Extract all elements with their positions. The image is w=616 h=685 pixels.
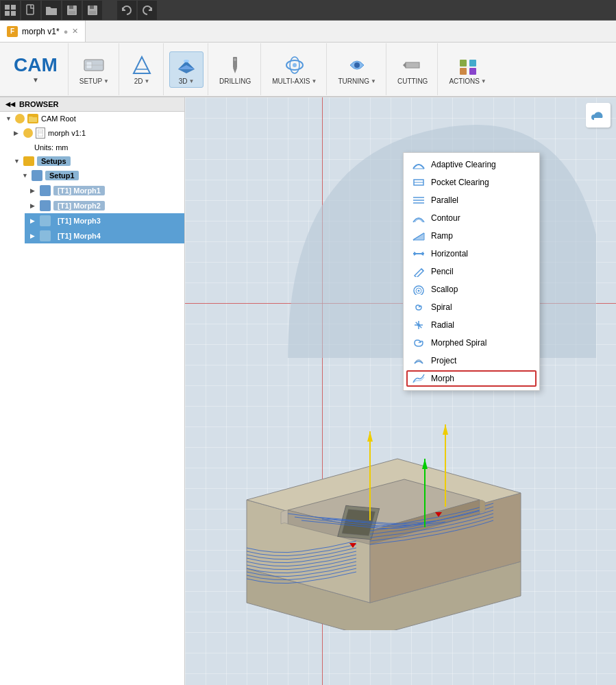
- morph-icon: [412, 373, 426, 384]
- cam-root-item[interactable]: ▼ CAM Root: [0, 112, 184, 125]
- menu-spiral[interactable]: Spiral: [404, 298, 539, 316]
- turning-button[interactable]: TURNING ▼: [332, 52, 381, 87]
- multi-axis-button[interactable]: MULTI-AXIS ▼: [267, 52, 322, 87]
- 2d-button[interactable]: 2D ▼: [125, 52, 159, 87]
- dropdown-3d-menu: Adaptive Clearing Pocket Clearing Par: [403, 152, 540, 391]
- new-file-icon[interactable]: [21, 1, 40, 20]
- browser-header[interactable]: ◀◀ BROWSER: [0, 97, 184, 112]
- cam-root-visibility[interactable]: [15, 114, 25, 123]
- 2d-icon: [131, 54, 153, 76]
- grid-icon[interactable]: [1, 1, 20, 20]
- setup1-label: Setup1: [45, 171, 79, 180]
- setup1-icon: [32, 170, 42, 181]
- setup-button[interactable]: SETUP ▼: [74, 52, 114, 87]
- cloud-button[interactable]: [586, 103, 611, 128]
- menu-pencil[interactable]: Pencil: [404, 263, 539, 280]
- svg-rect-9: [90, 5, 94, 9]
- morph-arrow: ▶: [14, 130, 21, 136]
- actions-group: ACTIONS ▼: [439, 43, 495, 95]
- morph-file-item[interactable]: ▶ morph v1:1: [8, 125, 184, 141]
- svg-line-53: [421, 269, 423, 271]
- svg-rect-2: [5, 11, 10, 16]
- menu-ramp[interactable]: Ramp: [404, 227, 539, 245]
- cam-3d-object: [219, 370, 548, 630]
- menu-horizontal[interactable]: Horizontal: [404, 245, 539, 263]
- adaptive-clearing-icon: [412, 159, 426, 170]
- setup-icon: [83, 54, 105, 76]
- menu-scallop[interactable]: Scallop: [404, 280, 539, 298]
- svg-point-22: [354, 62, 360, 68]
- morph4-item[interactable]: ▶ [T1] Morph4: [25, 228, 184, 243]
- morphed-spiral-label: Morphed Spiral: [431, 338, 486, 348]
- browser-title: BROWSER: [19, 100, 58, 108]
- setups-arrow: ▼: [14, 158, 21, 165]
- file-tab[interactable]: F morph v1* ● ✕: [0, 21, 86, 42]
- svg-marker-38: [422, 459, 428, 469]
- multi-axis-icon: [284, 54, 306, 76]
- cam-button[interactable]: CAM ▼: [3, 43, 69, 95]
- setups-label: Setups: [37, 156, 71, 166]
- open-folder-icon[interactable]: [42, 1, 61, 20]
- file-tab-label: morph v1*: [22, 27, 60, 36]
- svg-point-56: [418, 290, 420, 292]
- setups-folder-icon: [23, 156, 34, 166]
- menu-pocket-clearing[interactable]: Pocket Clearing: [404, 173, 539, 191]
- top-menubar: [0, 0, 616, 21]
- drilling-button[interactable]: DRILLING: [214, 52, 256, 87]
- cam-dropdown-arrow: ▼: [32, 76, 39, 84]
- morph4-label: [T1] Morph4: [53, 231, 105, 241]
- redo-icon[interactable]: [138, 1, 157, 20]
- morph1-arrow: ▶: [30, 187, 37, 194]
- cutting-button[interactable]: CUTTING: [392, 52, 433, 87]
- morphed-spiral-icon: [412, 337, 426, 348]
- menu-contour[interactable]: Contour: [404, 209, 539, 227]
- cutting-icon: [402, 54, 423, 76]
- menu-morph[interactable]: Morph: [404, 370, 539, 387]
- svg-rect-29: [469, 60, 476, 67]
- svg-rect-10: [89, 11, 96, 14]
- morph-visibility[interactable]: [23, 128, 33, 138]
- units-item: Units: mm: [16, 141, 184, 154]
- save-icon[interactable]: [62, 1, 82, 20]
- svg-rect-7: [69, 11, 75, 14]
- svg-marker-24: [403, 62, 406, 68]
- svg-marker-51: [414, 252, 417, 256]
- parallel-label: Parallel: [431, 195, 458, 205]
- pocket-clearing-label: Pocket Clearing: [431, 178, 489, 187]
- pencil-label: Pencil: [431, 267, 454, 276]
- multi-axis-label: MULTI-AXIS ▼: [272, 77, 317, 85]
- morph3-item[interactable]: ▶ [T1] Morph3: [25, 213, 184, 228]
- menu-morphed-spiral[interactable]: Morphed Spiral: [404, 334, 539, 352]
- radial-icon: [412, 320, 426, 331]
- pocket-clearing-icon: [412, 177, 426, 188]
- title-bar: F morph v1* ● ✕: [0, 21, 616, 43]
- 3d-button[interactable]: 3D ▼: [169, 51, 204, 88]
- tab-close[interactable]: ✕: [72, 27, 78, 36]
- save2-icon[interactable]: [83, 1, 102, 20]
- setup1-item[interactable]: ▼ Setup1: [16, 168, 184, 183]
- svg-rect-28: [460, 60, 467, 67]
- svg-point-21: [293, 63, 297, 67]
- menu-parallel[interactable]: Parallel: [404, 191, 539, 209]
- 3d-group: 3D ▼: [165, 43, 208, 95]
- menu-adaptive-clearing[interactable]: Adaptive Clearing: [404, 156, 539, 173]
- menu-radial[interactable]: Radial: [404, 316, 539, 334]
- svg-rect-0: [5, 5, 10, 10]
- parallel-icon: [412, 195, 426, 206]
- morph1-item[interactable]: ▶ [T1] Morph1: [25, 183, 184, 198]
- turning-icon: [346, 54, 368, 76]
- setups-item[interactable]: ▼ Setups: [8, 154, 184, 168]
- viewport: Adaptive Clearing Pocket Clearing Par: [185, 97, 616, 685]
- ramp-icon: [412, 230, 426, 241]
- spiral-label: Spiral: [431, 302, 452, 312]
- undo-icon[interactable]: [117, 1, 136, 20]
- morph2-label: [T1] Morph2: [53, 201, 105, 211]
- menu-project[interactable]: Project: [404, 352, 539, 370]
- morph2-item[interactable]: ▶ [T1] Morph2: [25, 198, 184, 213]
- 3d-label: 3D ▼: [179, 77, 195, 85]
- turning-group: TURNING ▼: [328, 43, 386, 95]
- setup-group: SETUP ▼: [70, 43, 119, 95]
- pencil-icon: [412, 266, 426, 277]
- actions-button[interactable]: ACTIONS ▼: [443, 52, 491, 87]
- setup1-arrow: ▼: [22, 172, 29, 179]
